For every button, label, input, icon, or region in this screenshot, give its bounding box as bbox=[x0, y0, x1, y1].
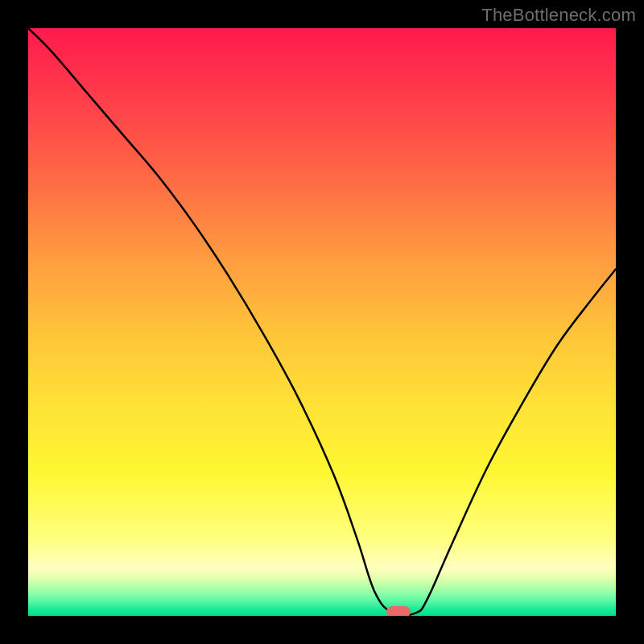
watermark-text: TheBottleneck.com bbox=[481, 5, 636, 26]
bottleneck-curve bbox=[28, 28, 616, 616]
plot-area bbox=[28, 28, 616, 616]
optimal-marker bbox=[386, 606, 411, 616]
chart-frame: TheBottleneck.com bbox=[0, 0, 644, 644]
